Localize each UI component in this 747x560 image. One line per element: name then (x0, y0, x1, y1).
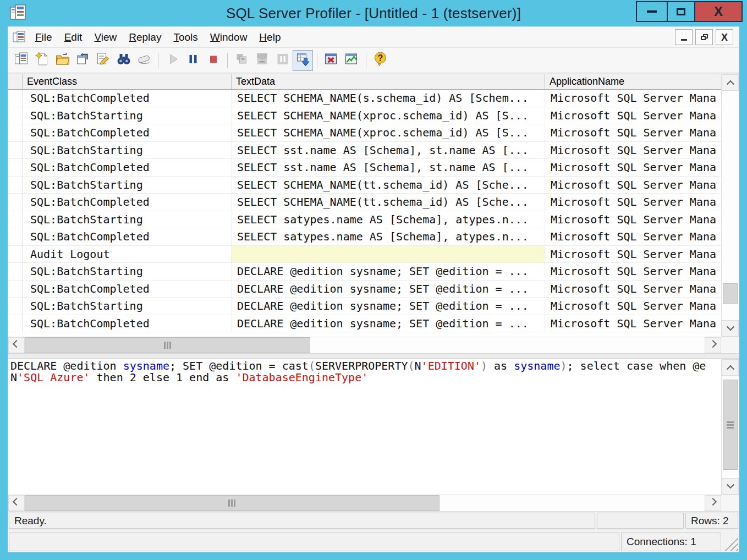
trace-row[interactable]: SQL:BatchStartingSELECT SCHEMA_NAME(xpro… (8, 107, 721, 125)
scroll-up-button[interactable] (722, 359, 739, 376)
tuning-button[interactable] (321, 50, 342, 71)
minimize-button[interactable] (636, 1, 668, 22)
menu-view[interactable]: View (88, 29, 123, 46)
scroll-left-button[interactable] (8, 337, 25, 353)
find-button[interactable] (113, 50, 134, 71)
close-button[interactable]: X (694, 1, 743, 22)
trace-row[interactable]: SQL:BatchStartingSELECT SCHEMA_NAME(tt.s… (8, 177, 721, 194)
auto-scroll-button[interactable] (293, 50, 313, 71)
maximize-button[interactable] (667, 1, 695, 22)
trace-definition-button[interactable] (12, 50, 32, 71)
grid-vscroll-track[interactable] (722, 91, 739, 320)
event-class-cell: SQL:BatchStarting (23, 263, 232, 280)
scroll-down-button[interactable] (722, 478, 739, 495)
grid-horizontal-scrollbar[interactable] (8, 337, 739, 353)
open-trace-button[interactable] (52, 50, 73, 71)
menu-file[interactable]: File (29, 29, 58, 46)
trace-row[interactable]: SQL:BatchCompletedSELECT sst.name AS [Sc… (8, 159, 721, 177)
run-to-cursor-button[interactable] (252, 50, 272, 71)
detail-vertical-scrollbar[interactable] (721, 359, 739, 495)
menu-window[interactable]: Window (204, 29, 254, 46)
menu-edit[interactable]: Edit (58, 29, 89, 46)
application-name-cell: Microsoft SQL Server Mana (545, 124, 721, 141)
run-cursor-icon (255, 52, 270, 69)
trace-row[interactable]: SQL:BatchStartingDECLARE @edition sysnam… (8, 263, 721, 281)
clear-trace-button[interactable] (134, 50, 154, 71)
trace-row[interactable]: SQL:BatchCompletedSELECT SCHEMA_NAME(tt.… (8, 194, 721, 211)
trace-row[interactable]: SQL:BatchStartingDECLARE @edition sysnam… (8, 298, 721, 315)
event-class-cell: SQL:BatchCompleted (23, 90, 232, 107)
grid-hscroll-track[interactable] (25, 337, 705, 353)
application-name-cell: Microsoft SQL Server Mana (545, 246, 721, 263)
scrollbar-corner (721, 337, 739, 353)
start-trace-button[interactable] (162, 50, 183, 71)
pane-splitter[interactable] (8, 354, 739, 359)
rows-count: Rows: 2 (685, 513, 738, 529)
gripper-icon (727, 424, 734, 426)
pause-trace-button[interactable] (183, 50, 203, 71)
detail-hscroll-track[interactable] (25, 495, 705, 511)
column-header-applicationname[interactable]: ApplicationName (545, 74, 721, 89)
pause-icon (185, 52, 201, 69)
application-name-cell: Microsoft SQL Server Mana (545, 298, 721, 315)
menu-tools[interactable]: Tools (167, 29, 204, 46)
detail-hscroll-thumb[interactable] (25, 495, 440, 511)
menu-replay[interactable]: Replay (123, 29, 167, 46)
column-header-eventclass[interactable]: EventClass (23, 74, 232, 89)
trace-row[interactable]: SQL:BatchCompletedSELECT SCHEMA_NAME(s.s… (8, 90, 721, 107)
mdi-restore-button[interactable] (695, 29, 713, 45)
trace-statusbar: Ready. Rows: 2 (8, 511, 739, 530)
trace-row[interactable]: SQL:BatchStartingSELECT sst.name AS [Sch… (8, 142, 721, 160)
stop-trace-button[interactable] (203, 50, 223, 71)
help-button[interactable]: ? (370, 50, 391, 71)
step-button[interactable] (232, 50, 252, 71)
column-header-textdata[interactable]: TextData (232, 74, 545, 89)
trace-row[interactable]: SQL:BatchCompletedDECLARE @edition sysna… (8, 281, 721, 298)
grid-vertical-scrollbar[interactable] (721, 74, 739, 337)
performance-button[interactable] (342, 50, 362, 71)
trace-row[interactable]: Audit LogoutMicrosoft SQL Server Mana (8, 246, 721, 263)
scrollbar-corner (721, 495, 739, 511)
breakpoint-icon (275, 52, 290, 69)
scroll-left-button[interactable] (8, 495, 25, 511)
trace-row[interactable]: SQL:BatchCompletedDECLARE @edition sysna… (8, 315, 721, 333)
menu-help[interactable]: Help (253, 29, 287, 46)
mdi-restore-icon (701, 34, 708, 40)
detail-vscroll-thumb[interactable] (723, 380, 738, 470)
gripper-icon (231, 499, 233, 507)
event-class-cell: SQL:BatchStarting (23, 298, 232, 315)
text-data-cell: DECLARE @edition sysname; SET @edition =… (232, 298, 545, 315)
text-data-cell: SELECT sst.name AS [Schema], st.name AS … (232, 142, 545, 159)
detail-horizontal-scrollbar[interactable] (8, 495, 739, 511)
scroll-down-button[interactable] (722, 320, 739, 337)
step-icon (234, 52, 250, 69)
detail-vscroll-track[interactable] (722, 376, 739, 478)
properties-button[interactable] (93, 50, 113, 71)
mdi-close-button[interactable]: X (716, 29, 733, 45)
new-trace-button[interactable] (32, 50, 52, 71)
mdi-minimize-icon (681, 39, 687, 41)
trace-row[interactable]: SQL:BatchCompletedSELECT SCHEMA_NAME(xpr… (8, 124, 721, 142)
scroll-up-button[interactable] (722, 74, 739, 91)
row-selector-cell (8, 246, 23, 263)
mdi-minimize-button[interactable] (675, 29, 693, 45)
sql-text-view[interactable]: DECLARE @edition sysname; SET @edition =… (8, 359, 721, 495)
resize-grip-icon[interactable] (723, 532, 738, 551)
save-trace-button[interactable] (73, 50, 93, 71)
scroll-right-button[interactable] (705, 337, 721, 353)
grid-vscroll-thumb[interactable] (723, 283, 738, 304)
application-name-cell: Microsoft SQL Server Mana (545, 107, 721, 124)
application-name-cell: Microsoft SQL Server Mana (545, 228, 721, 245)
scroll-right-button[interactable] (705, 495, 721, 511)
row-selector-cell (8, 211, 23, 228)
row-selector-cell (8, 298, 23, 315)
grid-hscroll-thumb[interactable] (25, 337, 310, 353)
application-name-cell: Microsoft SQL Server Mana (545, 90, 721, 107)
trace-row[interactable]: SQL:BatchStartingSELECT satypes.name AS … (8, 211, 721, 229)
window-title: SQL Server Profiler - [Untitled - 1 (tes… (0, 5, 747, 22)
window-controls: X (637, 1, 743, 22)
text-data-cell: SELECT SCHEMA_NAME(s.schema_id) AS [Sche… (232, 90, 545, 107)
chevron-down-icon (726, 481, 734, 488)
trace-row[interactable]: SQL:BatchCompletedSELECT satypes.name AS… (8, 228, 721, 246)
toggle-breakpoint-button[interactable] (272, 50, 293, 71)
